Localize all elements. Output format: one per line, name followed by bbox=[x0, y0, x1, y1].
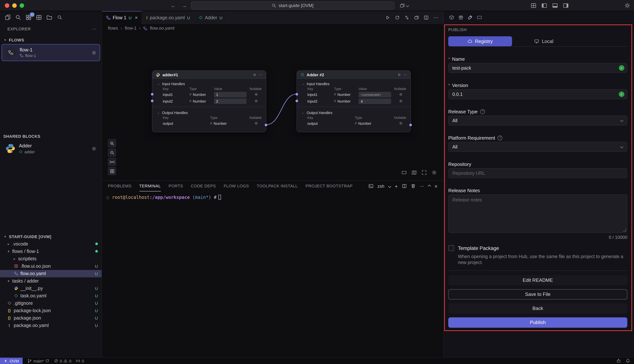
tree-item[interactable]: ▾ flows / flow-1 bbox=[0, 248, 102, 255]
screen-icon[interactable] bbox=[401, 170, 407, 175]
back-button[interactable]: Back bbox=[448, 303, 627, 314]
tree-item[interactable]: ▸ .vscode bbox=[0, 240, 102, 248]
new-terminal-icon[interactable]: + bbox=[395, 183, 398, 189]
tree-item[interactable]: .gitignore U bbox=[0, 300, 102, 307]
explorer-files-icon[interactable] bbox=[3, 13, 12, 22]
value-input-connected[interactable]: <connected> bbox=[358, 92, 391, 97]
preview-icon[interactable] bbox=[477, 15, 482, 20]
more-icon[interactable]: ⋯ bbox=[92, 26, 96, 31]
blocks-icon[interactable] bbox=[35, 13, 43, 22]
tab-flow-1[interactable]: Flow 1 U × bbox=[102, 11, 142, 24]
value-input[interactable]: 2 bbox=[214, 98, 247, 104]
tab-ports[interactable]: PORTS bbox=[168, 181, 183, 192]
command-center[interactable]: start-guide [OVM] bbox=[191, 2, 394, 10]
find-icon[interactable] bbox=[55, 13, 64, 22]
apps-icon[interactable]: 13 bbox=[24, 13, 33, 22]
tab-package-oo-yaml[interactable]: ! package.oo.yaml U bbox=[142, 11, 194, 24]
tree-item[interactable]: {} package-lock.json U bbox=[0, 307, 102, 314]
template-package-checkbox[interactable] bbox=[448, 245, 454, 251]
gear-icon[interactable] bbox=[92, 50, 96, 55]
package-icon[interactable] bbox=[449, 15, 454, 20]
input-port[interactable] bbox=[296, 93, 298, 96]
close-window-button[interactable] bbox=[5, 3, 9, 8]
run-node-icon[interactable] bbox=[253, 73, 257, 76]
tab-problems[interactable]: PROBLEMS bbox=[108, 181, 131, 192]
gear-icon[interactable] bbox=[399, 99, 403, 103]
close-panel-icon[interactable]: × bbox=[435, 183, 438, 189]
layout-grid-icon[interactable] bbox=[531, 2, 536, 8]
fit-width-button[interactable] bbox=[108, 158, 116, 166]
publish-button[interactable]: Publish bbox=[448, 317, 627, 328]
terminal-output[interactable]: ○root@localhost:/app/workspace (main*) # bbox=[102, 192, 444, 357]
flow-card[interactable]: flow-1 flow-1 bbox=[2, 44, 100, 61]
flow-node-adder1[interactable]: adder#1 ⋯ → Input Handles KeyType ValueN… bbox=[152, 70, 266, 132]
minimap-icon[interactable] bbox=[411, 170, 417, 175]
release-notes-textarea[interactable]: Release notes bbox=[448, 194, 627, 233]
platform-select[interactable]: All bbox=[448, 142, 627, 152]
folder-icon[interactable] bbox=[45, 13, 53, 22]
tree-item[interactable]: task.oo.yaml U bbox=[0, 292, 102, 300]
run-node-icon[interactable] bbox=[397, 73, 401, 76]
tree-item-selected[interactable]: flow.oo.yaml U bbox=[0, 270, 102, 277]
chevron-up-icon[interactable] bbox=[428, 184, 431, 188]
version-field[interactable]: 0.0.1 ✓ bbox=[448, 89, 627, 99]
gift-icon[interactable] bbox=[458, 15, 464, 20]
more-icon[interactable]: ⋯ bbox=[434, 15, 438, 20]
assistant-icon[interactable] bbox=[616, 358, 621, 363]
tree-item[interactable]: ▾ tasks / adder bbox=[0, 277, 102, 285]
flow-canvas[interactable]: adder#1 ⋯ → Input Handles KeyType ValueN… bbox=[102, 32, 444, 180]
edit-readme-button[interactable]: Edit README bbox=[448, 275, 627, 285]
split-terminal-icon[interactable] bbox=[402, 184, 407, 188]
shared-block-card[interactable]: Adder adder bbox=[2, 141, 100, 157]
toggle-panel-left-icon[interactable] bbox=[541, 2, 547, 8]
chevron-down-icon[interactable] bbox=[388, 184, 391, 188]
tree-item[interactable]: __init__.py U bbox=[0, 285, 102, 292]
diff-icon[interactable] bbox=[404, 15, 409, 20]
zoom-in-button[interactable] bbox=[108, 139, 116, 148]
close-icon[interactable]: × bbox=[135, 15, 138, 20]
gear-icon[interactable] bbox=[254, 99, 258, 103]
output-port[interactable] bbox=[265, 124, 267, 126]
value-input[interactable]: 1 bbox=[214, 92, 247, 97]
maximize-window-button[interactable] bbox=[20, 3, 24, 8]
tab-local[interactable]: Local bbox=[512, 36, 576, 46]
help-icon[interactable]: ? bbox=[498, 135, 503, 140]
name-field[interactable]: test-pack ✓ bbox=[448, 63, 627, 73]
gear-icon[interactable] bbox=[399, 122, 403, 125]
back-icon[interactable]: ← bbox=[170, 2, 176, 8]
tree-item[interactable]: {} package.json U bbox=[0, 314, 102, 322]
canvas-settings-icon[interactable] bbox=[432, 170, 437, 175]
input-port[interactable] bbox=[296, 100, 298, 102]
rerun-icon[interactable] bbox=[395, 15, 400, 20]
node-header[interactable]: adder#1 ⋯ bbox=[152, 71, 266, 79]
more-icon[interactable]: ⋯ bbox=[259, 72, 263, 77]
tab-code-deps[interactable]: CODE DEPS bbox=[191, 181, 216, 192]
value-input[interactable]: 4 bbox=[358, 98, 391, 104]
release-type-select[interactable]: All bbox=[448, 116, 627, 126]
tab-toolpack-install[interactable]: TOOLPACK INSTALL bbox=[257, 181, 298, 192]
forward-icon[interactable]: → bbox=[182, 2, 187, 8]
toggle-panel-bottom-icon[interactable] bbox=[552, 2, 558, 8]
overview-button[interactable] bbox=[108, 167, 116, 175]
tab-registry[interactable]: Registry bbox=[448, 36, 512, 46]
shell-name[interactable]: zsh bbox=[377, 184, 384, 189]
tab-project-bootstrap[interactable]: PROJECT BOOTSTRAP bbox=[306, 181, 353, 192]
output-port[interactable] bbox=[409, 124, 412, 126]
repository-field[interactable]: Repository URL bbox=[448, 168, 627, 178]
tab-flow-logs[interactable]: FLOW LOGS bbox=[224, 181, 249, 192]
gear-icon[interactable] bbox=[254, 92, 258, 96]
more-icon[interactable]: ⋯ bbox=[420, 184, 424, 189]
trash-icon[interactable] bbox=[411, 184, 416, 188]
fit-view-icon[interactable] bbox=[421, 170, 427, 175]
tab-terminal[interactable]: TERMINAL bbox=[139, 181, 161, 192]
ovm-status-chip[interactable]: OVM bbox=[0, 358, 23, 364]
window-layout-menu[interactable] bbox=[400, 3, 408, 8]
open-preview-icon[interactable] bbox=[414, 15, 419, 20]
shared-blocks-header[interactable]: SHARED BLOCKS bbox=[0, 132, 102, 140]
zoom-out-button[interactable] bbox=[108, 148, 116, 157]
input-port[interactable] bbox=[151, 100, 153, 102]
toggle-panel-right-icon[interactable] bbox=[563, 2, 569, 8]
tab-adder[interactable]: Adder U bbox=[194, 11, 227, 24]
node-header[interactable]: Adder #2 ⋯ bbox=[297, 71, 410, 79]
tree-item[interactable]: ! package.oo.yaml U bbox=[0, 322, 102, 329]
